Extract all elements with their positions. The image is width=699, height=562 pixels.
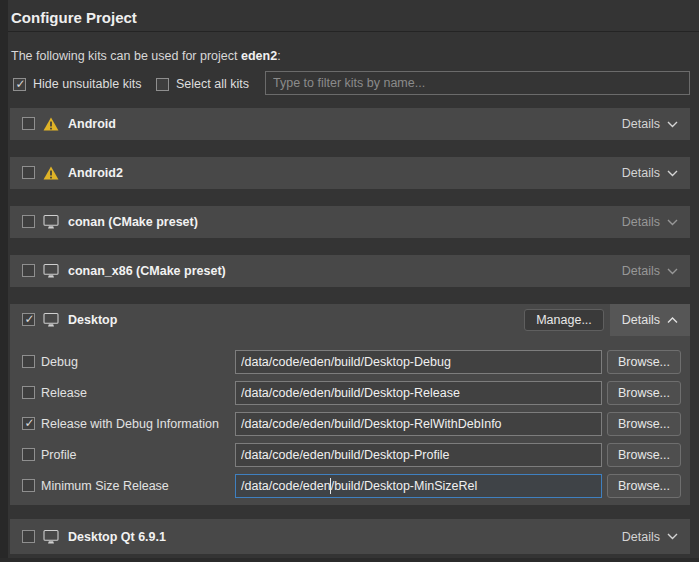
build-dir-input[interactable] [235,381,602,405]
kit-name: Android2 [68,166,123,180]
kit-row-conan[interactable]: conan (CMake preset) Details [10,206,690,238]
config-label: Debug [41,355,78,369]
chevron-down-icon [667,268,678,275]
build-config-row-debug: Debug Browse... [10,350,690,374]
select-all-kits-checkbox-group[interactable]: Select all kits [156,76,249,92]
kit-checkbox[interactable] [22,530,35,543]
details-toggle[interactable]: Details [610,304,690,336]
config-checkbox[interactable] [22,417,35,430]
kit-checkbox[interactable] [22,166,35,179]
desktop-icon [43,264,59,278]
kit-name: conan_x86 (CMake preset) [68,264,226,278]
browse-button[interactable]: Browse... [607,381,681,405]
build-dir-input[interactable] [235,443,602,467]
browse-button[interactable]: Browse... [607,412,681,436]
build-dir-input[interactable] [235,350,602,374]
page-title: Configure Project [11,9,137,26]
details-label: Details [622,313,660,327]
config-label: Release with Debug Information [41,417,219,431]
browse-button[interactable]: Browse... [607,350,681,374]
details-label: Details [622,215,660,229]
kit-row-desktop[interactable]: Desktop Manage... Details [10,304,690,336]
panel-bottom-edge [0,558,699,562]
kit-checkbox[interactable] [22,313,35,326]
select-all-checkbox[interactable] [156,78,169,91]
kit-checkbox[interactable] [22,264,35,277]
details-toggle[interactable]: Details [610,519,690,554]
subtitle-suffix: : [277,49,280,63]
kit-filter-input[interactable] [265,71,690,95]
config-checkbox[interactable] [22,386,35,399]
desktop-icon [43,313,59,327]
desktop-icon [43,215,59,229]
details-toggle[interactable]: Details [610,108,690,140]
subtitle-prefix: The following kits can be used for proje… [11,49,241,63]
select-all-label: Select all kits [176,77,249,91]
details-toggle[interactable]: Details [610,157,690,189]
desktop-icon [43,530,59,544]
chevron-down-icon [667,170,678,177]
chevron-up-icon [667,317,678,324]
build-dir-input[interactable] [235,474,602,498]
build-config-row-relwithdebinfo: Release with Debug Information Browse... [10,412,690,436]
details-label: Details [622,264,660,278]
chevron-down-icon [667,121,678,128]
details-toggle: Details [610,206,690,238]
config-checkbox[interactable] [22,479,35,492]
config-label: Release [41,386,87,400]
config-label: Minimum Size Release [41,479,169,493]
manage-kits-button[interactable]: Manage... [524,309,604,331]
project-name: eden2 [241,49,277,63]
panel-left-edge [0,0,8,562]
hide-unsuitable-kits-checkbox-group[interactable]: Hide unsuitable kits [13,76,141,92]
build-config-row-release: Release Browse... [10,381,690,405]
kits-subtitle: The following kits can be used for proje… [11,49,281,63]
config-checkbox[interactable] [22,355,35,368]
kit-row-android[interactable]: Android Details [10,108,690,140]
browse-button[interactable]: Browse... [607,443,681,467]
details-toggle: Details [610,255,690,287]
details-label: Details [622,117,660,131]
config-checkbox[interactable] [22,448,35,461]
chevron-down-icon [667,219,678,226]
details-label: Details [622,166,660,180]
build-config-row-minsizerel: Minimum Size Release Browse... [10,474,690,498]
warning-icon [43,117,59,131]
browse-button[interactable]: Browse... [607,474,681,498]
details-label: Details [622,530,660,544]
kit-row-conan-x86[interactable]: conan_x86 (CMake preset) Details [10,255,690,287]
hide-unsuitable-label: Hide unsuitable kits [33,77,141,91]
kit-checkbox[interactable] [22,117,35,130]
title-separator [8,31,699,32]
kit-row-desktop-qt-691[interactable]: Desktop Qt 6.9.1 Details [10,519,690,554]
build-dir-input[interactable] [235,412,602,436]
kit-name: Desktop Qt 6.9.1 [68,530,166,544]
kit-name: Android [68,117,116,131]
chevron-down-icon [667,533,678,540]
kit-checkbox[interactable] [22,215,35,228]
hide-unsuitable-checkbox[interactable] [13,78,26,91]
kit-name: conan (CMake preset) [68,215,198,229]
kit-name: Desktop [68,313,117,327]
kit-card-desktop: Desktop Manage... Details Debug Browse..… [10,304,690,505]
config-label: Profile [41,448,76,462]
warning-icon [43,166,59,180]
text-caret [330,478,331,494]
build-config-row-profile: Profile Browse... [10,443,690,467]
kit-row-android2[interactable]: Android2 Details [10,157,690,189]
